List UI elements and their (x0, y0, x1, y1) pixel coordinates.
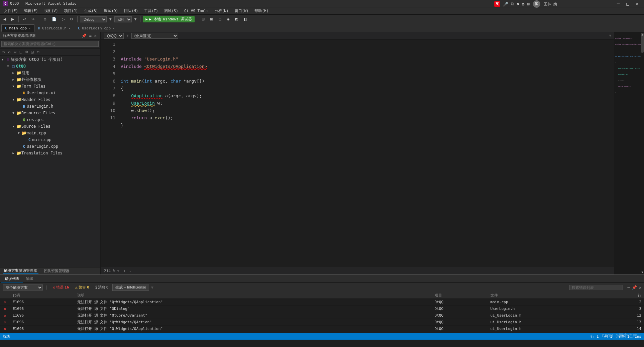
tree-item-userloginh[interactable]: HUserLogin.h (0, 103, 100, 110)
table-row[interactable]: ✕E1696无法打开 源 文件 "QtWidgets/QApplication"… (0, 326, 644, 332)
error-filter-dropdown[interactable]: 整个解决方案 (3, 284, 43, 291)
run-debug-button[interactable]: ▶ ▶ 本地 Windows 调试器 (143, 16, 194, 22)
col-file[interactable]: 文件 (488, 292, 631, 299)
menu-file[interactable]: 文件(F) (1, 8, 21, 14)
panel-minimize-icon[interactable]: ─ (628, 285, 630, 290)
col-line[interactable]: 行 (631, 292, 644, 299)
info-count-badge[interactable]: ℹ 消息 0 (93, 284, 111, 290)
tree-item-maincpp[interactable]: ▼📂main.cpp (0, 130, 100, 136)
tree-item-solution[interactable]: ▼⊞解决方案'QtQQ'(1 个项目) (0, 56, 100, 63)
bottom-tab-errors[interactable]: 错误列表 (1, 275, 23, 282)
col-code[interactable]: 代码 (10, 292, 75, 299)
tree-item-resourcefiles[interactable]: ▼📁Resource Files (0, 110, 100, 116)
toolbar-extra-6[interactable]: ◧ (241, 16, 249, 22)
menu-team[interactable]: 团队(M) (121, 8, 141, 14)
tree-item-headerfiles[interactable]: ▼📁Header Files (0, 96, 100, 103)
share-icon[interactable]: ⊞ (527, 2, 530, 7)
sidebar-close-icon[interactable]: ✕ (94, 33, 97, 38)
code-editor[interactable]: 1234567891011 #include "UserLogin.h"#inc… (101, 39, 614, 267)
tab-userlogin-h[interactable]: H UserLogin.h ✕ (34, 24, 74, 32)
panel-pin-icon[interactable]: 📌 (632, 285, 637, 290)
sidebar-pin-icon[interactable]: 📌 (81, 33, 87, 38)
global-scope-selector[interactable]: (全局范围) (131, 33, 178, 39)
tab-main-cpp[interactable]: C main.cpp ✕ (1, 24, 34, 32)
error-count-badge[interactable]: ✕ 错误 16 (50, 284, 71, 290)
tree-item-maincppfile[interactable]: Cmain.cpp (0, 136, 100, 143)
back-button[interactable]: ◀ (1, 16, 8, 22)
mic-icon[interactable]: 🎤 (503, 2, 508, 7)
tree-item-userloginui[interactable]: UUserLogin.ui (0, 90, 100, 96)
sidebar-preview-icon[interactable]: ◱ (30, 49, 34, 54)
tree-item-formfiles[interactable]: ▼📁Form Files (0, 83, 100, 90)
sidebar-search-input[interactable] (1, 41, 99, 47)
build-intellisense-button[interactable]: 生成 + IntelliSense (112, 284, 149, 291)
panel-close-icon[interactable]: ✕ (639, 285, 641, 290)
tree-item-ext[interactable]: ▶📁外部依赖项 (0, 76, 100, 83)
sidebar-tab-team[interactable]: 团队资源管理器 (42, 268, 71, 274)
scope-selector[interactable]: QtQQ (104, 33, 124, 39)
minimize-button[interactable]: ─ (614, 1, 622, 6)
arch-dropdown[interactable]: x64 (114, 16, 132, 22)
menu-qt-vs-tools[interactable]: Qt VS Tools (182, 8, 211, 14)
flag-icon[interactable]: ⚑ (517, 2, 519, 7)
error-search-input[interactable] (569, 285, 623, 290)
sidebar-filter-icon[interactable]: ⊞ (13, 49, 17, 54)
sidebar-props-icon[interactable]: ⚙ (24, 49, 29, 54)
toolbar-extra-2[interactable]: ⊞ (208, 16, 215, 22)
build-btn[interactable]: ⊕ (41, 16, 48, 22)
user-avatar[interactable]: 国 (533, 0, 540, 8)
menu-tools[interactable]: 工具(T) (141, 8, 161, 14)
table-row[interactable]: ✕E1696无法打开 源 文件 "QtCore/QVariant"QtQQui_… (0, 312, 644, 319)
warning-count-badge[interactable]: ⚠ 警告 0 (73, 284, 91, 290)
file-btn[interactable]: 📄 (50, 16, 59, 22)
menu-edit[interactable]: 编辑(E) (21, 8, 41, 14)
copy-icon[interactable]: ⧉ (511, 1, 514, 7)
sidebar-menu-icon[interactable]: ≡ (89, 33, 92, 38)
sidebar-home-icon[interactable]: ⌂ (7, 49, 11, 54)
zoom-out-btn[interactable]: - (128, 269, 132, 273)
sidebar-all-files-icon[interactable]: ⬚ (19, 49, 23, 54)
zoom-in-btn[interactable]: + (123, 269, 126, 273)
toolbar-extra-3[interactable]: ⊡ (216, 16, 223, 22)
col-desc[interactable]: 说明 (75, 292, 432, 299)
menu-project[interactable]: 项目(J) (62, 8, 81, 14)
undo-button[interactable]: ↩ (21, 16, 28, 22)
menu-analyze[interactable]: 分析(N) (212, 8, 231, 14)
toolbar-extra-5[interactable]: ◩ (233, 16, 240, 22)
bottom-tab-output[interactable]: 输出 (23, 275, 37, 282)
menu-build[interactable]: 生成(B) (82, 8, 101, 14)
editor-vertical-scrollbar[interactable]: ▲ ▼ (641, 32, 644, 274)
tree-item-resqrc[interactable]: Qres.qrc (0, 116, 100, 123)
tab-userlogin-cpp[interactable]: C UserLogin.cpp ✕ (74, 24, 118, 32)
table-row[interactable]: ✕E1696无法打开 源 文件 "QtWidgets/QApplication"… (0, 299, 644, 306)
menu-help[interactable]: 帮助(H) (252, 8, 271, 14)
scrollbar-down-arrow[interactable]: ▼ (641, 270, 644, 274)
settings-icon[interactable]: ⚙ (522, 2, 525, 7)
redo-button[interactable]: ↪ (29, 16, 36, 22)
close-button[interactable]: ✕ (633, 1, 641, 6)
refresh-btn[interactable]: ↻ (68, 16, 75, 22)
menu-window[interactable]: 窗口(W) (232, 8, 251, 14)
table-row[interactable]: ✕E1696无法打开 源 文件 "QtWidgets/QAction"QtQQu… (0, 319, 644, 326)
table-row[interactable]: ✕E1696无法打开 源 文件 "QDialog"QtQQUserLogin.h… (0, 306, 644, 312)
tree-item-sourcefiles[interactable]: ▼📁Source Files (0, 123, 100, 130)
sidebar-refresh-icon[interactable]: ↻ (1, 49, 6, 54)
tab-close-userlogin-cpp[interactable]: ✕ (113, 26, 115, 30)
menu-debug[interactable]: 调试(D) (101, 8, 121, 14)
run-btn[interactable]: ▷ (60, 16, 67, 22)
menu-view[interactable]: 视图(V) (41, 8, 61, 14)
maximize-button[interactable]: □ (624, 1, 632, 6)
sidebar-expand-icon[interactable]: ◻ (36, 49, 40, 54)
tab-close-main-cpp[interactable]: ✕ (29, 26, 31, 30)
tree-item-ref[interactable]: ▶📁引用 (0, 70, 100, 76)
menu-test[interactable]: 测试(S) (162, 8, 181, 14)
sidebar-tab-solution[interactable]: 解决方案资源管理器 (3, 268, 38, 274)
config-dropdown[interactable]: Debug (80, 16, 107, 22)
tab-close-userlogin-h[interactable]: ✕ (69, 26, 71, 30)
scrollbar-up-arrow[interactable]: ▲ (641, 32, 644, 37)
toolbar-extra-1[interactable]: ⊟ (200, 16, 207, 22)
tree-item-userlogincpp[interactable]: CUserLogin.cpp (0, 143, 100, 150)
toolbar-extra-4[interactable]: ◈ (225, 16, 231, 22)
tree-item-qtqq[interactable]: ▼□QtQQ (0, 63, 100, 70)
tree-item-translationfiles[interactable]: ▶📁Translation Files (0, 150, 100, 156)
